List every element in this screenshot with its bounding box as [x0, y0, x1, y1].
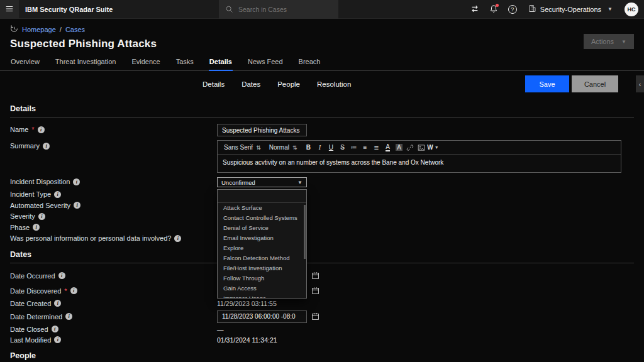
dropdown-option[interactable]: Denial of Service	[218, 223, 306, 233]
dropdown-option[interactable]: File/Host Investigation	[218, 263, 306, 273]
image-icon[interactable]	[416, 142, 427, 153]
editor-toolbar: Sans Serif ⇅ Normal ⇅ B I U S ≔ ≡ ≣ A A	[218, 141, 621, 155]
hamburger-menu-button[interactable]	[0, 0, 19, 19]
summary-label-text: Summary	[10, 142, 40, 150]
italic-icon[interactable]: I	[314, 142, 325, 153]
text-color-icon[interactable]: A	[386, 143, 390, 151]
tab-evidence[interactable]: Evidence	[131, 56, 160, 70]
info-icon[interactable]: i	[58, 272, 65, 279]
dropdown-option[interactable]: Contact Controlled Systems	[218, 213, 306, 223]
switcher-button[interactable]	[465, 0, 484, 19]
link-icon[interactable]	[404, 142, 416, 153]
dropdown-option[interactable]: Attack Surface	[218, 203, 306, 213]
incident-type-label-text: Incident Type	[10, 190, 51, 198]
personal-data-label-text: Was personal information or personal dat…	[10, 234, 171, 242]
anchor-details[interactable]: Details	[203, 80, 225, 88]
highlight-icon[interactable]: A	[396, 144, 402, 151]
summary-rich-text-editor[interactable]: Sans Serif ⇅ Normal ⇅ B I U S ≔ ≡ ≣ A A	[217, 140, 621, 173]
info-icon[interactable]: i	[54, 336, 61, 343]
help-icon: ?	[508, 5, 517, 14]
dates-form: Date Occurred i Date Discovered * i Date…	[0, 263, 644, 346]
help-button[interactable]: ?	[503, 0, 522, 19]
dropdown-option[interactable]: Email Investigation	[218, 233, 306, 243]
collapse-panel-handle[interactable]: ‹	[636, 75, 644, 92]
tab-news-feed[interactable]: News Feed	[247, 56, 284, 70]
tab-breach[interactable]: Breach	[298, 56, 321, 70]
font-size-select[interactable]: Normal ⇅	[267, 144, 303, 151]
strikethrough-icon[interactable]: S	[336, 142, 348, 153]
breadcrumb-homepage[interactable]: Homepage	[22, 26, 56, 33]
calendar-icon[interactable]	[311, 312, 319, 321]
dropdown-option[interactable]: Gain Access	[218, 283, 306, 293]
dates-section-heading: Dates	[0, 244, 644, 263]
search-input[interactable]	[238, 6, 326, 13]
date-discovered-row: Date Discovered * i	[10, 283, 634, 299]
calendar-icon[interactable]	[311, 272, 319, 280]
info-icon[interactable]: i	[52, 326, 58, 332]
avatar[interactable]: HC	[625, 3, 638, 16]
date-discovered-label: Date Discovered * i	[10, 287, 217, 295]
info-icon[interactable]: i	[33, 224, 40, 231]
date-occurred-label: Date Occurred i	[10, 272, 217, 280]
summary-editor-content[interactable]: Suspicious acvtivity on an number of sys…	[218, 155, 621, 172]
dropdown-option[interactable]: Falcon Detection Method	[218, 253, 306, 263]
dropdown-option-empty[interactable]	[218, 190, 306, 203]
last-modified-row: Last Modified i 01/31/2024 11:34:21	[10, 335, 634, 346]
cancel-button[interactable]: Cancel	[572, 75, 618, 92]
date-discovered-label-text: Date Discovered	[10, 287, 61, 295]
info-icon[interactable]: i	[74, 202, 80, 209]
font-size-value: Normal	[269, 144, 289, 151]
anchor-people[interactable]: People	[277, 80, 300, 88]
updown-icon: ⇅	[256, 145, 261, 151]
info-icon[interactable]: i	[43, 143, 50, 150]
info-icon[interactable]: i	[54, 300, 61, 307]
breadcrumb-cases[interactable]: Cases	[65, 26, 85, 33]
details-section-heading: Details	[0, 97, 644, 117]
name-input[interactable]	[217, 124, 307, 136]
info-icon[interactable]: i	[38, 126, 45, 133]
info-icon[interactable]: i	[54, 191, 61, 198]
notifications-button[interactable]	[484, 0, 503, 19]
dropdown-option[interactable]: Follow Through	[218, 273, 306, 283]
date-closed-row: Date Closed i —	[10, 324, 634, 335]
last-modified-label: Last Modified i	[10, 335, 217, 344]
info-icon[interactable]: i	[73, 178, 80, 185]
anchor-resolution[interactable]: Resolution	[317, 80, 351, 88]
incident-disposition-select[interactable]: Unconfirmed ▼	[217, 177, 307, 187]
incident-disposition-label: Incident Disposition i	[10, 177, 217, 185]
align-icon[interactable]: ≣	[370, 142, 382, 153]
tab-tasks[interactable]: Tasks	[175, 56, 194, 70]
dropdown-option[interactable]: Improper Usage	[218, 293, 306, 299]
date-determined-input[interactable]	[217, 310, 307, 323]
info-icon[interactable]: i	[65, 313, 72, 320]
save-button[interactable]: Save	[525, 75, 569, 92]
dropdown-option[interactable]: Explore	[218, 243, 306, 253]
tab-details[interactable]: Details	[209, 56, 233, 71]
tab-threat-investigation[interactable]: Threat Investigation	[55, 56, 117, 70]
name-label: Name * i	[10, 124, 217, 133]
calendar-icon[interactable]	[311, 287, 319, 295]
incident-disposition-dropdown: Unconfirmed ▼ Attack Surface Contact Con…	[217, 177, 307, 187]
underline-icon[interactable]: U	[325, 142, 336, 153]
last-modified-value: 01/31/2024 11:34:21	[217, 335, 277, 344]
dropdown-scrollbar[interactable]	[304, 205, 306, 259]
incident-disposition-value: Unconfirmed	[221, 179, 255, 186]
font-family-value: Sans Serif	[224, 144, 253, 151]
global-search[interactable]	[219, 0, 338, 19]
unordered-list-icon[interactable]: ≡	[359, 142, 370, 153]
wikipedia-icon[interactable]: W ▼	[427, 142, 438, 153]
actions-button[interactable]: Actions ▼	[584, 34, 634, 49]
font-family-select[interactable]: Sans Serif ⇅	[221, 144, 267, 151]
anchor-dates[interactable]: Dates	[242, 80, 260, 88]
actions-label: Actions	[591, 38, 614, 45]
tab-overview[interactable]: Overview	[10, 56, 40, 70]
account-switcher[interactable]: Security-Operations ▼	[522, 0, 619, 18]
info-icon[interactable]: i	[70, 287, 77, 294]
info-icon[interactable]: i	[174, 235, 181, 242]
details-subbar: Details Dates People Resolution Save Can…	[0, 71, 644, 97]
phase-row: Phase i	[10, 222, 634, 233]
ordered-list-icon[interactable]: ≔	[348, 142, 359, 153]
info-icon[interactable]: i	[38, 213, 45, 220]
date-closed-label: Date Closed i	[10, 324, 217, 333]
bold-icon[interactable]: B	[303, 142, 314, 153]
